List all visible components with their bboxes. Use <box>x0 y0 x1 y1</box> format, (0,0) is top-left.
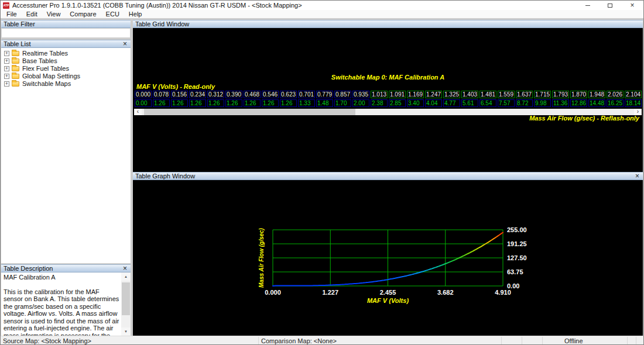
value-cell[interactable]: 1.33 <box>298 99 315 107</box>
axis-cell[interactable]: 2.104 <box>625 91 642 98</box>
axis-cell[interactable]: 1.793 <box>552 91 569 98</box>
axis-cell[interactable]: 0.468 <box>244 91 261 98</box>
tree-item-switchable-maps[interactable]: +Switchable Maps <box>1 80 131 88</box>
menu-item-edit[interactable]: Edit <box>22 10 42 18</box>
axis-cell[interactable]: 0.312 <box>207 91 224 98</box>
description-scrollbar[interactable]: ▲ ▼ <box>121 272 131 336</box>
axis-cell[interactable]: 0.000 <box>135 91 152 98</box>
axis-cell[interactable]: 0.546 <box>262 91 279 98</box>
value-cell[interactable]: 11.36 <box>552 99 569 107</box>
value-cell[interactable]: 1.26 <box>171 99 188 107</box>
table-description-text: MAF Calibration A This is the calibratio… <box>1 272 121 336</box>
table-list-close-icon[interactable]: × <box>122 40 128 47</box>
menu-item-ecu[interactable]: ECU <box>101 10 124 18</box>
value-cell[interactable]: 0.00 <box>135 99 152 107</box>
tree-item-global-map-settings[interactable]: +Global Map Settings <box>1 73 131 80</box>
value-cell[interactable]: 9.98 <box>534 99 551 107</box>
maximize-button[interactable] <box>599 1 621 10</box>
table-description-header: Table Description × <box>1 264 131 272</box>
value-cell[interactable]: 4.04 <box>425 99 442 107</box>
switchable-map-title: Switchable Map 0: MAF Calibration A <box>133 74 643 81</box>
axis-cell[interactable]: 1.481 <box>479 91 496 98</box>
x-axis-title: MAF V (Volts) <box>367 297 409 304</box>
axis-cell[interactable]: 0.701 <box>298 91 315 98</box>
minimize-button[interactable] <box>577 1 599 10</box>
table-filter-input[interactable] <box>1 28 131 38</box>
value-cell[interactable]: 2.85 <box>389 99 406 107</box>
description-scrollbar-thumb[interactable] <box>122 282 130 315</box>
description-paragraph: This is the calibration for the MAF sens… <box>4 288 119 336</box>
value-cell[interactable]: 5.61 <box>461 99 478 107</box>
axis-cell[interactable]: 1.870 <box>570 91 587 98</box>
status-bar: Source Map: <Stock Mapping> Comparison M… <box>1 336 643 345</box>
axis-cell[interactable]: 0.935 <box>352 91 369 98</box>
status-source-map: Source Map: <Stock Mapping> <box>3 336 91 345</box>
scroll-left-icon[interactable]: ‹ <box>134 109 142 115</box>
grid-data-row: 0.001.261.261.261.261.261.261.261.261.33… <box>135 99 643 107</box>
close-button[interactable]: × <box>621 1 643 10</box>
axis-cell[interactable]: 2.026 <box>607 91 624 98</box>
axis-cell[interactable]: 1.403 <box>461 91 478 98</box>
axis-cell[interactable]: 1.637 <box>516 91 533 98</box>
value-cell[interactable]: 2.38 <box>371 99 388 107</box>
axis-cell[interactable]: 1.247 <box>425 91 442 98</box>
value-cell[interactable]: 1.70 <box>334 99 351 107</box>
axis-cell[interactable]: 0.234 <box>189 91 206 98</box>
axis-cell[interactable]: 0.390 <box>225 91 242 98</box>
tree-expand-icon[interactable]: + <box>4 81 9 87</box>
axis-cell[interactable]: 0.078 <box>153 91 170 98</box>
table-graph-window-header: Table Graph Window × <box>133 172 643 180</box>
menu-item-help[interactable]: Help <box>124 10 147 18</box>
tree-expand-icon[interactable]: + <box>4 58 9 64</box>
table-description-close-icon[interactable]: × <box>122 265 128 272</box>
axis-cell[interactable]: 1.559 <box>498 91 515 98</box>
axis-cell[interactable]: 0.623 <box>280 91 297 98</box>
menu-item-compare[interactable]: Compare <box>65 10 101 18</box>
value-cell[interactable]: 4.77 <box>443 99 460 107</box>
folder-icon <box>12 58 19 64</box>
value-cell[interactable]: 1.48 <box>316 99 333 107</box>
tree-expand-icon[interactable]: + <box>4 51 9 56</box>
axis-cell[interactable]: 1.169 <box>407 91 424 98</box>
value-cell[interactable]: 6.54 <box>479 99 496 107</box>
tree-expand-icon[interactable]: + <box>4 74 9 79</box>
value-cell[interactable]: 1.26 <box>189 99 206 107</box>
table-list-header: Table List × <box>1 40 131 48</box>
tree-item-flex-fuel-tables[interactable]: +Flex Fuel Tables <box>1 65 131 73</box>
axis-cell[interactable]: 1.091 <box>389 91 406 98</box>
value-cell[interactable]: 1.26 <box>244 99 261 107</box>
axis-cell[interactable]: 0.156 <box>171 91 188 98</box>
value-cell[interactable]: 14.48 <box>588 99 605 107</box>
tree-item-base-tables[interactable]: +Base Tables <box>1 57 131 65</box>
table-graph-window-title: Table Graph Window <box>135 172 195 180</box>
value-cell[interactable]: 1.26 <box>153 99 170 107</box>
tree-expand-icon[interactable]: + <box>4 66 9 71</box>
scroll-up-icon[interactable]: ▲ <box>121 272 131 281</box>
value-cell[interactable]: 7.57 <box>498 99 515 107</box>
value-cell[interactable]: 1.26 <box>280 99 297 107</box>
value-cell[interactable]: 2.00 <box>352 99 369 107</box>
axis-cell[interactable]: 0.857 <box>334 91 351 98</box>
axis-cell[interactable]: 1.013 <box>371 91 388 98</box>
folder-icon <box>12 81 19 87</box>
value-cell[interactable]: 18.14 <box>625 99 642 107</box>
value-cell[interactable]: 12.86 <box>570 99 587 107</box>
value-cell[interactable]: 8.72 <box>516 99 533 107</box>
value-cell[interactable]: 1.26 <box>262 99 279 107</box>
value-cell[interactable]: 16.25 <box>607 99 624 107</box>
value-cell[interactable]: 1.26 <box>207 99 224 107</box>
axis-cell[interactable]: 1.948 <box>588 91 605 98</box>
menu-item-view[interactable]: View <box>42 10 66 18</box>
axis-cell[interactable]: 0.779 <box>316 91 333 98</box>
value-cell[interactable]: 1.26 <box>225 99 242 107</box>
grid-scrollbar-thumb[interactable] <box>144 109 355 115</box>
scroll-down-icon[interactable]: ▼ <box>121 327 131 336</box>
x-tick-label: 4.910 <box>495 289 511 296</box>
tree-item-realtime-tables[interactable]: +Realtime Tables <box>1 50 131 57</box>
menu-item-file[interactable]: File <box>2 10 22 18</box>
axis-cell[interactable]: 1.325 <box>443 91 460 98</box>
value-cell[interactable]: 3.40 <box>407 99 424 107</box>
table-graph-window-close-icon[interactable]: × <box>634 172 640 180</box>
axis-cell[interactable]: 1.715 <box>534 91 551 98</box>
window-title: Accesstuner Pro 1.9.1.0-13521 (COBB Tuni… <box>12 1 302 10</box>
